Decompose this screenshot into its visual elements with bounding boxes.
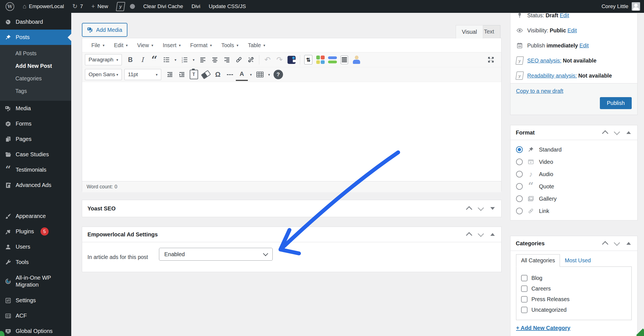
divi-menu[interactable]: Divi xyxy=(191,3,200,9)
toggle-panel-icon[interactable] xyxy=(490,233,495,236)
readability-analysis-link[interactable]: Readability analysis: xyxy=(527,73,577,79)
toggle-panel-icon[interactable] xyxy=(626,131,631,134)
tab-most-used[interactable]: Most Used xyxy=(560,255,595,267)
menu-file[interactable]: File▾ xyxy=(87,42,109,49)
bold-button[interactable]: B xyxy=(124,54,136,66)
move-down-icon[interactable] xyxy=(478,231,484,237)
paragraph-format-select[interactable]: Paragraph▾ xyxy=(85,54,122,65)
shortcodes-grid-button[interactable] xyxy=(314,54,326,66)
yoast-adminbar-menu[interactable]: y xyxy=(117,2,135,11)
sidebar-item-media[interactable]: Media xyxy=(0,101,71,116)
text-color-chevron[interactable]: ▾ xyxy=(248,69,254,80)
category-checkbox-careers[interactable] xyxy=(521,285,527,292)
align-center-button[interactable] xyxy=(209,54,221,66)
document-lines-button[interactable] xyxy=(338,54,350,66)
bullet-list-button[interactable] xyxy=(160,54,172,66)
sidebar-item-global-options[interactable]: Global Options xyxy=(0,323,71,336)
move-up-icon[interactable] xyxy=(466,232,472,238)
menu-view[interactable]: View▾ xyxy=(132,42,158,49)
user-avatar[interactable] xyxy=(632,2,640,11)
import-export-button[interactable]: ⇅ xyxy=(302,54,314,66)
copy-to-new-draft-link[interactable]: Copy to a new draft xyxy=(516,88,563,94)
indent-button[interactable] xyxy=(176,69,188,80)
font-family-select[interactable]: Open Sans▾ xyxy=(85,69,122,80)
insert-link-button[interactable] xyxy=(233,54,245,66)
move-up-icon[interactable] xyxy=(602,130,609,136)
sidebar-item-dashboard[interactable]: Dashboard xyxy=(0,14,71,30)
publish-button[interactable]: Publish xyxy=(600,97,632,109)
menu-table[interactable]: Table▾ xyxy=(243,42,270,49)
outdent-button[interactable] xyxy=(164,69,176,80)
add-new-category-link[interactable]: + Add New Category xyxy=(516,325,570,331)
sidebar-item-post-tags[interactable]: Tags xyxy=(0,85,71,97)
remove-link-button[interactable] xyxy=(245,54,257,66)
table-button[interactable] xyxy=(254,69,266,80)
toggle-panel-icon[interactable] xyxy=(490,207,495,210)
sidebar-item-all-in-one-wp-migration[interactable]: All-in-One WP Migration xyxy=(0,270,71,293)
sidebar-item-plugins[interactable]: Plugins 5 xyxy=(0,224,71,239)
move-down-icon[interactable] xyxy=(614,129,620,135)
redo-button[interactable]: ↷ xyxy=(274,54,286,66)
sidebar-item-all-posts[interactable]: All Posts xyxy=(0,47,71,60)
sidebar-item-forms[interactable]: Forms xyxy=(0,116,71,131)
table-chevron[interactable]: ▾ xyxy=(266,69,272,80)
advanced-ads-insert-button[interactable] xyxy=(286,54,298,66)
edit-status-link[interactable]: Edit xyxy=(560,12,569,18)
font-size-select[interactable]: 11pt▾ xyxy=(124,69,161,80)
menu-insert[interactable]: Insert▾ xyxy=(158,42,186,49)
align-left-button[interactable] xyxy=(197,54,209,66)
category-checkbox-uncategorized[interactable] xyxy=(521,307,527,313)
sidebar-item-appearance[interactable]: Appearance xyxy=(0,208,71,224)
site-name-link[interactable]: ⌂ EmpowerLocal xyxy=(23,3,64,9)
sidebar-item-tools[interactable]: Tools xyxy=(0,255,71,270)
sidebar-item-add-new-post[interactable]: Add New Post xyxy=(0,60,71,72)
blockquote-button[interactable]: “ xyxy=(148,57,160,63)
sidebar-item-settings[interactable]: Settings xyxy=(0,293,71,308)
update-cssjs-link[interactable]: Update CSS/JS xyxy=(209,3,246,9)
horizontal-rule-button[interactable] xyxy=(224,69,236,80)
sidebar-item-testimonials[interactable]: “ Testimonials xyxy=(0,162,71,177)
move-down-icon[interactable] xyxy=(614,239,620,246)
move-up-icon[interactable] xyxy=(602,241,609,247)
italic-button[interactable]: I xyxy=(136,54,148,66)
align-right-button[interactable] xyxy=(221,54,233,66)
numbered-list-options-chevron[interactable]: ▾ xyxy=(191,54,197,66)
move-up-icon[interactable] xyxy=(466,206,472,212)
author-person-button[interactable] xyxy=(350,54,362,66)
format-radio-link[interactable] xyxy=(516,208,523,214)
sidebar-item-post-categories[interactable]: Categories xyxy=(0,72,71,85)
bars-shortcode-button[interactable] xyxy=(326,54,338,66)
category-checkbox-press-releases[interactable] xyxy=(521,296,527,303)
edit-visibility-link[interactable]: Edit xyxy=(567,27,577,33)
tab-all-categories[interactable]: All Categories xyxy=(516,254,560,267)
new-content-menu[interactable]: + New xyxy=(91,3,108,9)
editor-content-area[interactable] xyxy=(82,82,501,181)
seo-analysis-link[interactable]: SEO analysis: xyxy=(527,57,561,64)
undo-button[interactable]: ↶ xyxy=(262,54,274,66)
edit-schedule-link[interactable]: Edit xyxy=(579,42,589,49)
paste-as-text-button[interactable]: T xyxy=(188,69,200,80)
format-radio-standard[interactable] xyxy=(516,146,523,153)
move-down-icon[interactable] xyxy=(478,205,484,211)
format-radio-quote[interactable] xyxy=(516,183,523,190)
add-media-button[interactable]: Add Media xyxy=(82,23,127,37)
sidebar-item-acf[interactable]: ACF xyxy=(0,308,71,323)
format-radio-gallery[interactable] xyxy=(516,195,523,202)
special-character-button[interactable]: Ω xyxy=(212,69,224,80)
sidebar-item-pages[interactable]: Pages xyxy=(0,131,71,147)
help-button[interactable]: ? xyxy=(272,69,284,80)
clear-divi-cache-link[interactable]: Clear Divi Cache xyxy=(143,3,183,9)
wp-logo-menu[interactable]: W xyxy=(6,2,14,11)
format-radio-audio[interactable] xyxy=(516,171,523,177)
menu-tools[interactable]: Tools▾ xyxy=(217,42,243,49)
user-name[interactable]: Corey Little xyxy=(602,3,628,9)
clear-formatting-button[interactable] xyxy=(200,69,212,80)
category-checkbox-blog[interactable] xyxy=(521,275,527,281)
toggle-panel-icon[interactable] xyxy=(626,242,631,245)
updates-link[interactable]: ↻ 7 xyxy=(72,3,83,9)
in-article-ads-select[interactable]: Enabled xyxy=(159,248,273,261)
sidebar-item-posts[interactable]: Posts xyxy=(0,30,71,45)
bullet-list-options-chevron[interactable]: ▾ xyxy=(172,54,179,66)
sidebar-item-case-studies[interactable]: Case Studies xyxy=(0,147,71,162)
tab-visual[interactable]: Visual xyxy=(456,25,483,39)
